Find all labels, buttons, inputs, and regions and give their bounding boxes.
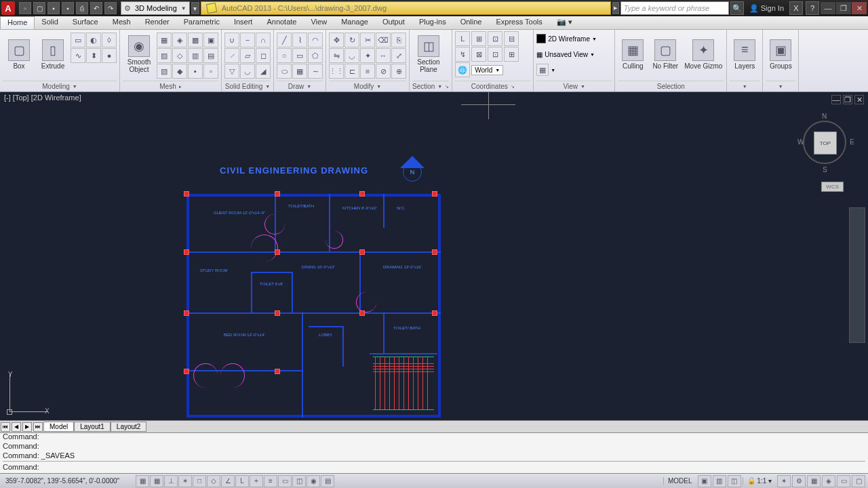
ellipse-icon[interactable]: ⬭ [277, 64, 292, 79]
tab-insert[interactable]: Insert [227, 16, 260, 29]
nofilter-button[interactable]: ▢No Filter [649, 31, 682, 77]
workspace-selector[interactable]: ⚙ 3D Modeling ▼ [121, 1, 190, 15]
layout-tab-layout2[interactable]: Layout2 [111, 422, 147, 432]
array-icon[interactable]: ⋮⋮ [329, 64, 344, 79]
ucs-icon[interactable]: L [455, 31, 470, 46]
trim-icon[interactable]: ✂ [360, 33, 375, 47]
tab-annotate[interactable]: Annotate [260, 16, 304, 29]
title-dd-icon[interactable]: ▶ [612, 2, 619, 14]
polygon-icon[interactable]: ⬠ [308, 48, 323, 63]
view-selector[interactable]: ▦Unsaved View▼ [536, 47, 595, 62]
ducs-toggle[interactable]: L [235, 475, 249, 487]
vp-restore-icon[interactable]: ❐ [843, 95, 852, 104]
sweep-icon[interactable]: ∿ [71, 48, 85, 63]
fillet-icon[interactable]: ◡ [240, 64, 255, 79]
grip-handle[interactable] [275, 310, 280, 316]
3dosnap-toggle[interactable]: ◇ [207, 475, 220, 487]
model-space-button[interactable]: MODEL [663, 477, 696, 485]
grip-handle[interactable] [432, 191, 437, 197]
open-icon[interactable]: ▢ [33, 2, 45, 14]
launcher-icon[interactable]: ↘ [511, 84, 515, 89]
grip-handle[interactable] [359, 310, 365, 316]
extrude-button[interactable]: ▯Extrude [37, 31, 69, 77]
mesh-tool-icon[interactable]: ▧ [157, 64, 172, 79]
plot-icon[interactable]: ⎙ [76, 2, 88, 14]
move-gizmo-button[interactable]: ✦Move Gizmo [683, 31, 724, 77]
tab-nav-first-icon[interactable]: ⏮ [1, 422, 10, 432]
ucs-icon[interactable]: ⊠ [471, 47, 486, 62]
mesh-tool-icon[interactable]: ▤ [203, 48, 218, 63]
loft-icon[interactable]: ◊ [102, 33, 117, 47]
polar-toggle[interactable]: ✶ [178, 475, 192, 487]
view-tool-icon[interactable]: ▦ [536, 64, 549, 76]
grip-handle[interactable] [275, 249, 280, 255]
ucs-icon[interactable]: ⊟ [504, 31, 519, 46]
vp-close-icon[interactable]: ✕ [854, 95, 864, 104]
save-icon[interactable]: ▪ [47, 2, 60, 14]
mesh-tool-icon[interactable]: ◆ [172, 64, 187, 79]
presspull-icon[interactable]: ⬍ [86, 48, 101, 63]
stretch-icon[interactable]: ↔ [376, 48, 391, 63]
layout-tab-layout1[interactable]: Layout1 [74, 422, 111, 432]
workspace-dd-icon[interactable]: ▾ [191, 2, 199, 14]
coordinates-readout[interactable]: 359'-7.0082", 139'-5.6654", 0'-0.0000" [0, 477, 136, 485]
qp-toggle[interactable]: ◫ [292, 475, 306, 487]
grip-handle[interactable] [432, 249, 437, 255]
exchange-icon[interactable]: X [789, 1, 803, 15]
offset-icon[interactable]: ⊏ [344, 64, 359, 79]
smooth-object-button[interactable]: ◉Smooth Object [123, 31, 155, 77]
launcher-icon[interactable]: ↘ [445, 84, 449, 89]
groups-button[interactable]: ▣Groups [766, 31, 795, 77]
copy-icon[interactable]: ⎘ [391, 33, 406, 47]
am-toggle[interactable]: ▤ [321, 475, 334, 487]
intersect-icon[interactable]: ∩ [256, 33, 271, 47]
viewcube-n[interactable]: N [822, 113, 827, 120]
signin-button[interactable]: 👤 Sign In [747, 4, 787, 13]
layers-button[interactable]: ≡Layers [730, 31, 760, 77]
circle-icon[interactable]: ○ [277, 48, 292, 63]
otrack-toggle[interactable]: ∠ [221, 475, 235, 487]
status-icon[interactable]: ▥ [713, 475, 726, 487]
line-icon[interactable]: ╱ [277, 33, 292, 47]
culling-button[interactable]: ▦Culling [618, 31, 648, 77]
world-icon[interactable]: 🌐 [455, 62, 470, 77]
status-icon[interactable]: ▭ [837, 475, 850, 487]
explode-icon[interactable]: ✦ [360, 48, 375, 63]
ucs-selector[interactable]: World▼ [471, 65, 503, 75]
grip-handle[interactable] [184, 249, 189, 255]
viewcube-e[interactable]: E [850, 138, 854, 146]
erase-icon[interactable]: ⌫ [376, 33, 391, 47]
mesh-tool-icon[interactable]: ▣ [203, 33, 218, 47]
taper-icon[interactable]: ▽ [224, 64, 239, 79]
app-menu-icon[interactable]: A [1, 1, 15, 15]
tab-online[interactable]: Online [454, 16, 490, 29]
undo-icon[interactable]: ↶ [90, 2, 102, 14]
vp-minimize-icon[interactable]: — [831, 95, 841, 104]
status-icon[interactable]: ▣ [698, 475, 711, 487]
ucs-icon[interactable]: ↯ [455, 47, 470, 62]
dyn-toggle[interactable]: + [250, 475, 263, 487]
close-button[interactable]: ✕ [852, 2, 867, 14]
clean-screen-icon[interactable]: ▢ [852, 475, 865, 487]
tab-nav-last-icon[interactable]: ⏭ [33, 422, 43, 432]
command-window[interactable]: Command: Command: Command: _SAVEAS Comma… [0, 432, 868, 473]
tab-plugins[interactable]: Plug-ins [412, 16, 454, 29]
tab-express[interactable]: Express Tools [489, 16, 549, 29]
status-icon[interactable]: ◈ [822, 475, 835, 487]
arc-icon[interactable]: ◠ [308, 33, 323, 47]
tab-parametric[interactable]: Parametric [177, 16, 227, 29]
search-icon[interactable]: 🔍 [730, 1, 744, 15]
revolve-icon[interactable]: ◐ [86, 33, 101, 47]
fillet-icon[interactable]: ◡ [344, 48, 359, 63]
box-button[interactable]: ▢Box [3, 31, 35, 77]
tab-home[interactable]: Home [0, 16, 35, 29]
polysolid-icon[interactable]: ▭ [71, 33, 85, 47]
lwt-toggle[interactable]: ≡ [264, 475, 277, 487]
osnap-toggle[interactable]: □ [193, 475, 206, 487]
chevron-down-icon[interactable]: ▼ [778, 84, 783, 89]
viewcube-s[interactable]: S [823, 166, 827, 174]
ucs-icon[interactable]: ⊡ [488, 31, 502, 46]
help-icon[interactable]: ? [806, 1, 819, 15]
viewcube-top[interactable]: TOP [814, 131, 837, 155]
align-icon[interactable]: ≡ [360, 64, 375, 79]
